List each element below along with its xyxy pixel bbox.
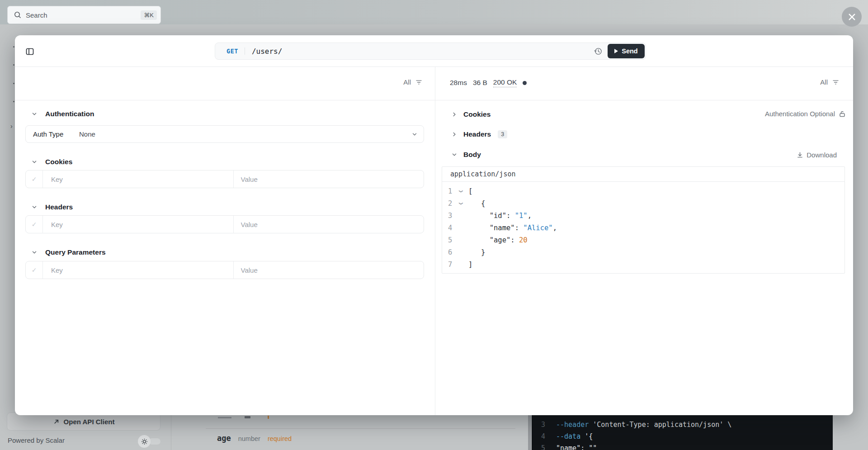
sidebar-toggle-icon[interactable] xyxy=(25,47,34,56)
sidebar-item-dot xyxy=(13,64,14,66)
code-line: 3--header 'Content-Type: application/jso… xyxy=(532,419,833,431)
request-filter-button[interactable]: All xyxy=(403,78,423,86)
response-filter-label: All xyxy=(820,78,828,86)
docs-scrollbar[interactable] xyxy=(528,415,531,450)
response-headers-title: Headers xyxy=(463,130,491,138)
request-url[interactable]: /users/ xyxy=(252,47,282,56)
response-time: 28ms xyxy=(450,79,467,87)
unlock-icon xyxy=(839,110,846,118)
code-line: 4--data '{ xyxy=(532,431,833,442)
auth-type-value: None xyxy=(79,130,95,138)
headers-section-title: Headers xyxy=(45,203,73,211)
chevron-right-icon xyxy=(451,131,458,137)
curl-code-block: 3--header 'Content-Type: application/jso… xyxy=(532,415,833,450)
line-number: 6 xyxy=(448,248,455,256)
auth-optional-label: Authentication Optional xyxy=(765,110,835,118)
query-value-input[interactable] xyxy=(234,266,424,274)
query-section-title: Query Parameters xyxy=(45,248,106,256)
code-line: 5 "age": 20 xyxy=(442,234,844,246)
open-api-client-label: Open API Client xyxy=(64,418,115,426)
headers-section-header[interactable]: Headers xyxy=(31,203,73,211)
download-label: Download xyxy=(807,151,837,159)
line-number: 5 xyxy=(448,236,455,244)
sidebar-item-dot xyxy=(13,83,14,84)
line-number: 4 xyxy=(534,432,545,441)
code-text: } xyxy=(468,248,485,256)
status-badge[interactable]: 200 OK xyxy=(493,78,517,87)
http-method[interactable]: GET xyxy=(226,47,238,55)
code-line: 1❯[ xyxy=(442,185,844,197)
response-json-code[interactable]: 1❯[2❯ {3 "id": "1",4 "name": "Alice",5 "… xyxy=(442,182,844,270)
code-line: 7] xyxy=(442,258,844,270)
code-text: "age": 20 xyxy=(468,236,528,244)
chevron-right-icon xyxy=(451,111,458,118)
code-line: 6 } xyxy=(442,246,844,258)
code-text: "name": "Alice", xyxy=(468,224,557,232)
line-number: 1 xyxy=(448,187,455,195)
sidebar-item-dot xyxy=(13,101,14,102)
response-cookies-header[interactable]: Cookies xyxy=(451,110,491,118)
send-button[interactable]: Send xyxy=(608,44,645,58)
response-meta: 28ms 36 B 200 OK xyxy=(450,78,527,87)
query-section-header[interactable]: Query Parameters xyxy=(31,248,106,256)
line-number: 3 xyxy=(534,421,545,429)
header-row: ✓ xyxy=(25,215,424,233)
cookie-enabled-checkbox[interactable]: ✓ xyxy=(26,171,43,188)
header-value-input[interactable] xyxy=(234,221,424,228)
docs-clipped-text xyxy=(245,416,250,418)
docs-divider xyxy=(206,428,515,429)
header-key-input[interactable] xyxy=(43,221,233,228)
toolbar-divider xyxy=(15,100,853,100)
response-body-viewer: application/json 1❯[2❯ {3 "id": "1",4 "n… xyxy=(442,166,845,274)
search-input[interactable]: Search ⌘K xyxy=(7,6,161,24)
send-label: Send xyxy=(622,47,637,55)
address-divider xyxy=(245,47,245,55)
code-text: { xyxy=(468,199,485,208)
auth-type-label: Auth Type xyxy=(33,130,79,138)
close-button[interactable] xyxy=(842,7,862,27)
fold-chevron-icon[interactable]: ❯ xyxy=(457,200,465,207)
auth-optional-indicator[interactable]: Authentication Optional xyxy=(765,110,846,118)
chevron-down-icon xyxy=(411,131,418,137)
code-line: 3 "id": "1", xyxy=(442,209,844,222)
fold-chevron-icon[interactable]: ❯ xyxy=(457,188,465,194)
download-button[interactable]: Download xyxy=(797,151,837,159)
auth-type-select[interactable]: Auth Type None xyxy=(25,125,424,143)
history-icon[interactable] xyxy=(594,47,603,56)
code-text: "name": "" xyxy=(556,444,597,450)
param-type: number xyxy=(238,435,260,442)
auth-section-header[interactable]: Authentication xyxy=(31,110,94,118)
chevron-down-icon xyxy=(31,111,38,117)
code-text: ] xyxy=(468,261,472,269)
chevron-down-icon xyxy=(31,249,38,256)
response-size: 36 B xyxy=(473,79,487,87)
response-filter-button[interactable]: All xyxy=(820,78,840,86)
theme-toggle[interactable] xyxy=(138,435,160,448)
filter-icon xyxy=(415,78,423,86)
code-text: --data '{ xyxy=(556,432,593,441)
request-address-bar[interactable]: GET /users/ Send xyxy=(215,43,646,60)
code-text: --header 'Content-Type: application/json… xyxy=(556,421,731,429)
cookie-row: ✓ xyxy=(25,170,424,188)
content-type-value: application/json xyxy=(450,170,516,178)
response-cookies-title: Cookies xyxy=(463,110,491,118)
open-api-client-button[interactable]: Open API Client xyxy=(7,412,160,431)
line-number: 2 xyxy=(448,199,455,208)
line-number: 5 xyxy=(534,444,545,450)
param-required-badge: required xyxy=(268,435,292,442)
sidebar-chevron-icon: › xyxy=(10,123,13,130)
docs-clipped-text xyxy=(218,417,231,418)
line-number: 3 xyxy=(448,212,455,220)
response-headers-header[interactable]: Headers 3 xyxy=(451,130,507,138)
query-key-input[interactable] xyxy=(43,266,233,274)
response-body-header[interactable]: Body xyxy=(451,151,481,159)
cookie-key-input[interactable] xyxy=(43,175,233,183)
query-enabled-checkbox[interactable]: ✓ xyxy=(26,261,43,279)
response-body-title: Body xyxy=(463,151,481,159)
cookies-section-header[interactable]: Cookies xyxy=(31,158,72,166)
code-line: 2❯ { xyxy=(442,197,844,209)
header-enabled-checkbox[interactable]: ✓ xyxy=(26,216,43,233)
schema-param-row: age number required xyxy=(217,434,292,443)
code-text: [ xyxy=(468,187,472,195)
cookie-value-input[interactable] xyxy=(234,175,424,183)
